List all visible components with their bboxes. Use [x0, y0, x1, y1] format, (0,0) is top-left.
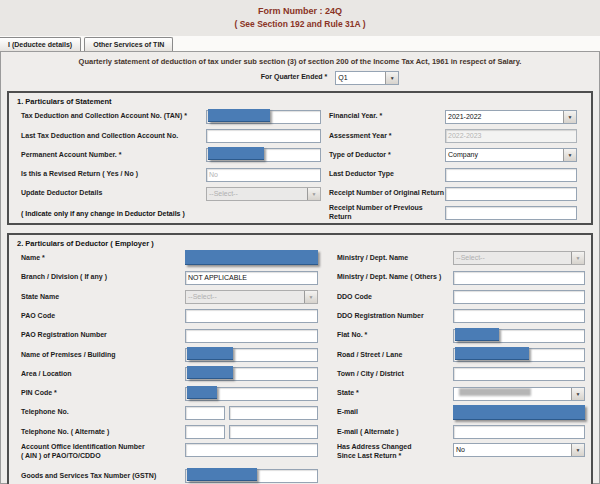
blurred-value [459, 388, 531, 396]
quarter-ended-value: Q1 [336, 72, 385, 84]
pao-reg-input[interactable] [185, 329, 318, 343]
redacted-value [455, 347, 529, 360]
email-input[interactable] [453, 406, 585, 420]
tan-label: Tax Deduction and Collection Account No.… [21, 112, 206, 121]
pin-code-label: PIN Code * [21, 389, 185, 398]
flat-no-label: Flat No. * [337, 331, 453, 340]
form-subtitle: ( See Section 192 and Rule 31A ) [0, 18, 600, 31]
assessment-year-value: 2022-2023 [446, 130, 576, 142]
pan-input[interactable] [206, 148, 321, 162]
redacted-value [187, 468, 257, 481]
premises-row: Name of Premises / Building [21, 345, 318, 364]
receipt-previous-row: Receipt Number of Previous Return [329, 203, 583, 222]
ministry-select: --Select-- [453, 251, 585, 265]
road-row: Road / Street / Lane [337, 345, 585, 364]
state-select[interactable] [453, 387, 585, 401]
phone-std-input[interactable] [185, 406, 225, 420]
revised-return-label: Is this a Revised Return ( Yes / No ) [21, 170, 206, 179]
update-deductor-label: Update Deductor Details [21, 189, 206, 198]
deductor-type-select[interactable]: Company [445, 148, 577, 162]
ministry-others-row: Ministry / Dept. Name ( Others ) [337, 268, 585, 287]
ministry-value: --Select-- [454, 252, 571, 264]
redacted-value [187, 386, 217, 399]
tan-input[interactable] [206, 110, 321, 124]
ain-input[interactable] [185, 443, 318, 457]
redacted-value [185, 250, 318, 265]
receipt-previous-input[interactable] [445, 206, 577, 220]
phone-row: Telephone No. [21, 403, 318, 422]
town-label: Town / City / District [337, 370, 453, 379]
email-row: E-mail [337, 403, 585, 422]
name-row: Name * [21, 249, 318, 268]
last-deductor-type-label: Last Deductor Type [329, 170, 445, 179]
ministry-others-input[interactable] [453, 271, 585, 285]
area-input[interactable] [185, 367, 318, 381]
chevron-down-icon[interactable] [571, 444, 584, 456]
premises-label: Name of Premises / Building [21, 351, 185, 360]
ddo-code-label: DDO Code [337, 293, 453, 302]
form-panel: Quarterly statement of deduction of tax … [0, 51, 600, 484]
redacted-value [187, 366, 233, 379]
pao-reg-row: PAO Registration Number [21, 326, 318, 345]
ddo-code-input[interactable] [453, 290, 585, 304]
pin-code-row: PIN Code * [21, 384, 318, 403]
email-alt-input[interactable] [453, 425, 585, 439]
ministry-row: Ministry / Dept. Name --Select-- [337, 249, 585, 268]
branch-input[interactable]: NOT APPLICABLE [185, 271, 318, 285]
indicate-note-row: ( Indicate only if any change in Deducto… [21, 203, 321, 222]
state-name-row: State Name --Select-- [21, 287, 318, 306]
name-input[interactable] [185, 251, 318, 265]
tab-deductee-details[interactable]: I (Deductee details) [0, 37, 81, 51]
form-title: Form Number : 24Q [0, 4, 600, 18]
last-tan-row: Last Tax Deduction and Collection Accoun… [21, 126, 321, 145]
last-deductor-type-input[interactable] [445, 168, 577, 182]
chevron-down-icon[interactable] [563, 111, 576, 123]
premises-input[interactable] [185, 348, 318, 362]
pan-row: Permanent Account Number. * [21, 146, 321, 165]
last-deductor-type-row: Last Deductor Type [329, 165, 583, 184]
receipt-original-row: Receipt Number of Original Return [329, 184, 583, 203]
revised-return-input[interactable]: No [206, 168, 321, 182]
phone-alt-row: Telephone No. ( Alternate ) [21, 422, 318, 441]
state-name-label: State Name [21, 293, 185, 302]
pao-code-input[interactable] [185, 309, 318, 323]
receipt-original-input[interactable] [445, 187, 577, 201]
email-alt-row: E-mail ( Alternate ) [337, 422, 585, 441]
flat-no-row: Flat No. * [337, 326, 585, 345]
pao-code-row: PAO Code [21, 307, 318, 326]
pao-reg-label: PAO Registration Number [21, 331, 185, 340]
area-row: Area / Location [21, 365, 318, 384]
chevron-down-icon[interactable] [385, 72, 398, 84]
assessment-year-label: Assessment Year * [329, 132, 445, 141]
road-input[interactable] [453, 348, 585, 362]
receipt-original-label: Receipt Number of Original Return [329, 189, 445, 198]
deductor-type-row: Type of Deductor * Company [329, 146, 583, 165]
tab-other-services-of-tin[interactable]: Other Services of TIN [84, 37, 173, 51]
town-input[interactable] [453, 367, 585, 381]
quarter-ended-label: For Quarter Ended * [261, 73, 328, 82]
redacted-value [453, 405, 585, 420]
phone-alt-std-input[interactable] [185, 425, 225, 439]
ain-label: Account Office Identification Number ( A… [21, 443, 185, 461]
address-changed-select[interactable]: No [453, 443, 585, 457]
last-tan-input[interactable] [206, 129, 321, 143]
update-deductor-value: --Select-- [207, 188, 307, 200]
branch-row: Branch / Division ( If any ) NOT APPLICA… [21, 268, 318, 287]
ddo-reg-label: DDO Registration Number [337, 312, 453, 321]
tab-bar: I (Deductee details) Other Services of T… [0, 36, 600, 51]
phone-number-input[interactable] [229, 406, 318, 420]
receipt-previous-label: Receipt Number of Previous Return [329, 204, 445, 222]
financial-year-select[interactable]: 2021-2022 [445, 110, 577, 124]
state-name-value: --Select-- [186, 291, 304, 303]
flat-no-input[interactable] [453, 329, 585, 343]
phone-alt-label: Telephone No. ( Alternate ) [21, 428, 185, 437]
gstn-input[interactable] [185, 469, 318, 483]
address-changed-row: Has Address Changed Since Last Return * … [337, 442, 585, 467]
phone-alt-number-input[interactable] [229, 425, 318, 439]
chevron-down-icon[interactable] [563, 149, 576, 161]
last-tan-label: Last Tax Deduction and Collection Accoun… [21, 132, 206, 141]
chevron-down-icon[interactable] [571, 388, 584, 400]
pin-code-input[interactable] [185, 387, 318, 401]
ddo-reg-input[interactable] [453, 309, 585, 323]
quarter-ended-select[interactable]: Q1 [335, 71, 399, 85]
